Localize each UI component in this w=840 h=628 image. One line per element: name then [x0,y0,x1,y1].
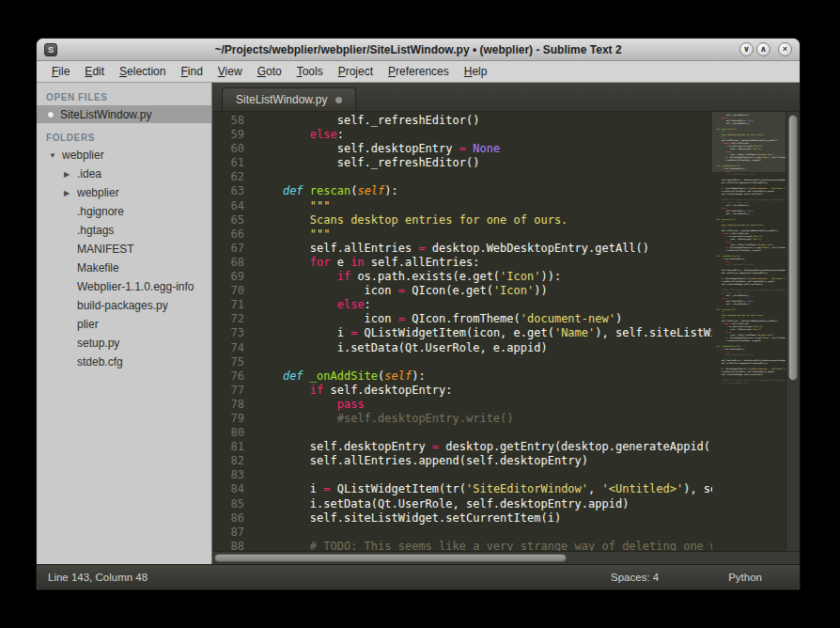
tree-label: Webplier-1.1.0.egg-info [77,280,194,293]
line-number: 88 [212,540,244,551]
horizontal-scrollbar-handle[interactable] [214,554,567,562]
tree-file-makefile[interactable]: Makefile [37,259,211,277]
line-number: 73 [212,326,244,340]
window-title: ~/Projects/webplier/webplier/SiteListWin… [37,43,800,56]
line-number: 68 [212,256,244,270]
tree-label: build-packages.py [77,299,168,312]
tree-label: webplier [62,149,104,162]
menu-item-goto[interactable]: Goto [250,63,289,80]
tree-file-manifest[interactable]: MANIFEST [37,240,211,259]
open-files-header: OPEN FILES [37,90,211,105]
status-bar: Line 143, Column 48 Spaces: 4 Python [37,564,800,589]
tab-modified-dot-icon[interactable] [335,97,342,103]
triangle-down-icon: ▼ [49,151,58,160]
line-number: 70 [212,284,244,298]
tree-folder-webplier[interactable]: ▶webplier [37,183,211,202]
menu-item-find[interactable]: Find [173,63,210,80]
line-number: 63 [212,184,244,198]
close-button[interactable]: × [778,42,792,56]
line-number-gutter: 5859606162636465666768697071727374757677… [212,112,256,551]
line-number: 74 [212,341,244,355]
modified-dot-icon [48,112,54,118]
line-number: 85 [212,497,244,511]
menu-item-edit[interactable]: Edit [77,63,112,80]
tree-file-webplier-1.1.0.egg-info[interactable]: Webplier-1.1.0.egg-info [37,277,211,296]
line-number: 76 [212,369,244,384]
tree-label: MANIFEST [77,243,134,256]
horizontal-scrollbar[interactable] [212,551,800,564]
tree-label: Makefile [77,261,119,275]
line-number: 61 [212,156,244,170]
menu-item-tools[interactable]: Tools [289,63,331,80]
minimap[interactable]: self._refreshEditor() else: self.desktop… [712,112,786,551]
status-right-group: Spaces: 4 Python [611,572,788,583]
line-number: 80 [212,426,244,440]
tree-label: stdeb.cfg [77,355,123,369]
line-number: 86 [212,511,244,526]
tree-label: .idea [77,167,101,181]
folders-header: FOLDERS [37,131,211,146]
line-number: 65 [212,213,244,228]
vertical-scrollbar[interactable] [786,112,800,551]
open-file-label: SiteListWindow.py [60,108,151,121]
tree-file-build-packages.py[interactable]: build-packages.py [37,296,211,315]
tree-label: plier [77,318,99,331]
line-number: 69 [212,270,244,284]
line-number: 58 [212,114,244,128]
line-number: 60 [212,142,244,156]
vertical-scrollbar-handle[interactable] [788,115,798,381]
line-number: 66 [212,228,244,242]
main-content: OPEN FILES SiteListWindow.py FOLDERS ▼we… [37,83,800,564]
tree-label: setup.py [77,337,119,350]
tree-file-setup.py[interactable]: setup.py [37,334,211,353]
line-number: 67 [212,242,244,256]
editor-pane: SiteListWindow.py 5859606162636465666768… [212,83,800,564]
tab-sitelistwindow[interactable]: SiteListWindow.py [222,87,356,111]
tree-file-stdeb.cfg[interactable]: stdeb.cfg [37,353,211,371]
tree-folder-webplier[interactable]: ▼webplier [37,146,211,165]
indent-status[interactable]: Spaces: 4 [611,572,659,583]
triangle-right-icon: ▶ [64,189,73,197]
line-number: 77 [212,384,244,398]
menu-item-selection[interactable]: Selection [112,63,173,80]
open-file-sitelistwindow[interactable]: SiteListWindow.py [37,105,211,123]
titlebar[interactable]: S ~/Projects/webplier/webplier/SiteListW… [37,39,800,61]
tab-label: SiteListWindow.py [236,93,327,106]
line-number: 59 [212,128,244,142]
window-controls: ∨∧× [739,42,792,56]
line-number: 72 [212,312,244,326]
menubar: FileEditSelectionFindViewGotoToolsProjec… [37,61,800,83]
line-number: 78 [212,398,244,412]
tree-folder-.idea[interactable]: ▶.idea [37,165,211,183]
tree-file-plier[interactable]: plier [37,315,211,334]
line-number: 84 [212,482,244,496]
tree-file-.hgignore[interactable]: .hgignore [37,202,211,221]
sublime-window: S ~/Projects/webplier/webplier/SiteListW… [36,38,801,590]
tree-label: .hgignore [77,205,124,218]
sidebar: OPEN FILES SiteListWindow.py FOLDERS ▼we… [37,83,212,564]
tab-bar: SiteListWindow.py [212,83,800,112]
menu-item-help[interactable]: Help [457,63,495,80]
line-number: 62 [212,170,244,184]
line-number: 64 [212,199,244,213]
syntax-status[interactable]: Python [728,572,762,583]
line-number: 81 [212,440,244,454]
maximize-button[interactable]: ∧ [756,42,770,56]
menu-item-view[interactable]: View [210,63,250,80]
minimize-button[interactable]: ∨ [739,42,754,56]
line-number: 82 [212,454,244,468]
menu-item-file[interactable]: File [44,63,77,80]
tree-label: .hgtags [77,224,114,237]
line-number: 83 [212,468,244,482]
tree-label: webplier [77,186,119,199]
line-number: 71 [212,298,244,312]
tree-file-.hgtags[interactable]: .hgtags [37,221,211,240]
desktop-background: { "window": { "title": "~/Projects/webpl… [0,0,840,628]
folder-tree: ▼webplier▶.idea▶webplier.hgignore.hgtags… [37,146,211,371]
menu-item-preferences[interactable]: Preferences [381,63,457,80]
line-number: 79 [212,412,244,426]
cursor-position: Line 143, Column 48 [48,572,148,583]
code-area[interactable]: 5859606162636465666768697071727374757677… [212,112,800,551]
line-number: 87 [212,526,244,540]
menu-item-project[interactable]: Project [331,63,381,80]
